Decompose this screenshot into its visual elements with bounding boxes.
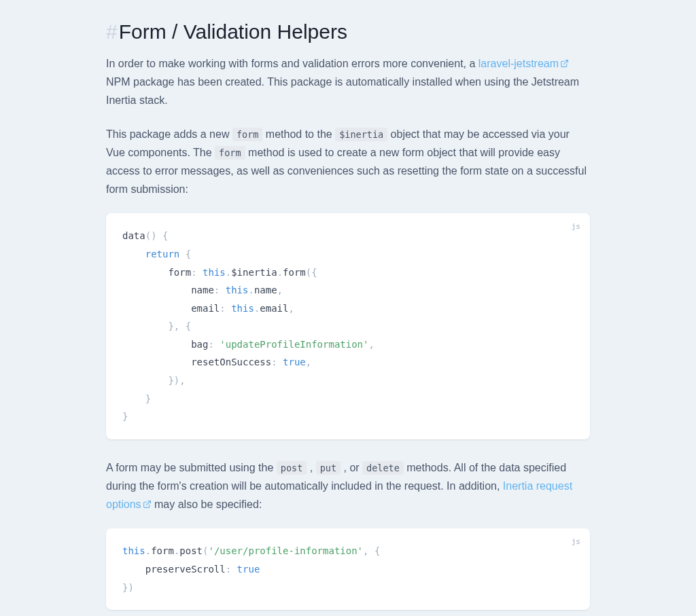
language-badge: js: [572, 220, 580, 234]
p3-e: may also be specified:: [152, 499, 262, 510]
doc-container: #Form / Validation Helpers In order to m…: [103, 20, 593, 616]
code-pre-2: this.form.post('/user/profile-informatio…: [122, 542, 574, 596]
code-block-2: js this.form.post('/user/profile-informa…: [106, 528, 590, 610]
paragraph-3: A form may be submitted using the post ,…: [106, 458, 590, 514]
page-title: #Form / Validation Helpers: [106, 20, 590, 43]
code-form-1: form: [232, 128, 263, 141]
external-link-icon: [560, 59, 569, 68]
paragraph-2: This package adds a new form method to t…: [106, 125, 590, 199]
external-link-icon: [143, 500, 152, 509]
code-inertia: $inertia: [335, 128, 387, 141]
p3-c: , or: [341, 462, 362, 473]
p3-b: ,: [307, 462, 315, 473]
p2-b: method to the: [262, 128, 335, 140]
heading-anchor[interactable]: #: [106, 20, 118, 43]
paragraph-1: In order to make working with forms and …: [106, 54, 590, 110]
p1-link-text: laravel-jetstream: [478, 58, 559, 69]
p3-a: A form may be submitted using the: [106, 462, 277, 473]
code-put: put: [316, 461, 341, 475]
p1-pre: In order to make working with forms and …: [106, 58, 478, 69]
p2-a: This package adds a new: [106, 128, 232, 140]
code-pre-1: data() { return { form: this.$inertia.fo…: [122, 227, 574, 426]
code-post: post: [277, 461, 307, 475]
svg-line-1: [146, 501, 150, 505]
p1-post: NPM package has been created. This packa…: [106, 76, 579, 106]
link-laravel-jetstream[interactable]: laravel-jetstream: [478, 58, 569, 69]
heading-text: Form / Validation Helpers: [119, 20, 347, 43]
language-badge: js: [572, 535, 580, 549]
code-block-1: js data() { return { form: this.$inertia…: [106, 213, 590, 439]
svg-line-0: [563, 60, 568, 65]
code-delete: delete: [362, 461, 404, 475]
code-form-2: form: [215, 146, 245, 160]
